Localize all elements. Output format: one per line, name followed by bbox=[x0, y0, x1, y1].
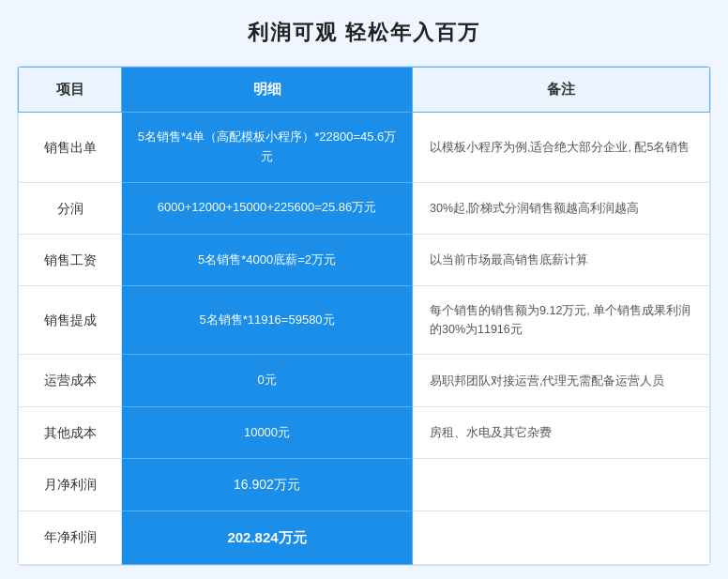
header-note: 备注 bbox=[413, 68, 710, 113]
cell-detail: 5名销售*11916=59580元 bbox=[122, 286, 413, 355]
header-detail: 明细 bbox=[122, 68, 413, 113]
cell-item: 月净利润 bbox=[19, 459, 122, 510]
cell-note bbox=[413, 459, 710, 510]
cell-item: 运营成本 bbox=[19, 355, 122, 406]
cell-item: 其他成本 bbox=[19, 406, 122, 458]
cell-item: 年净利润 bbox=[19, 510, 122, 564]
cell-detail: 10000元 bbox=[122, 406, 413, 458]
table-row: 销售提成5名销售*11916=59580元每个销售的销售额为9.12万元, 单个… bbox=[19, 286, 710, 355]
cell-item: 分润 bbox=[19, 182, 122, 234]
cell-detail: 202.824万元 bbox=[122, 510, 413, 564]
table-body: 销售出单5名销售*4单（高配模板小程序）*22800=45.6万元以模板小程序为… bbox=[19, 113, 710, 565]
profit-table-wrapper: 项目 明细 备注 销售出单5名销售*4单（高配模板小程序）*22800=45.6… bbox=[17, 66, 711, 566]
page-container: 利润可观 轻松年入百万 项目 明细 备注 销售出单5名销售*4单（高配模板小程序… bbox=[17, 19, 711, 566]
cell-note: 以当前市场最高销售底薪计算 bbox=[413, 234, 710, 285]
cell-note: 30%起,阶梯式分润销售额越高利润越高 bbox=[413, 182, 710, 234]
profit-table: 项目 明细 备注 销售出单5名销售*4单（高配模板小程序）*22800=45.6… bbox=[18, 67, 710, 565]
cell-note bbox=[413, 510, 710, 564]
cell-item: 销售提成 bbox=[19, 286, 122, 355]
cell-detail: 5名销售*4单（高配模板小程序）*22800=45.6万元 bbox=[122, 113, 413, 183]
header-item: 项目 bbox=[19, 68, 122, 113]
table-row: 销售工资5名销售*4000底薪=2万元以当前市场最高销售底薪计算 bbox=[19, 234, 710, 285]
table-row: 其他成本10000元房租、水电及其它杂费 bbox=[19, 406, 710, 458]
cell-detail: 16.902万元 bbox=[122, 459, 413, 510]
table-row: 销售出单5名销售*4单（高配模板小程序）*22800=45.6万元以模板小程序为… bbox=[19, 113, 710, 183]
table-row: 运营成本0元易职邦团队对接运营,代理无需配备运营人员 bbox=[19, 355, 710, 406]
cell-detail: 6000+12000+15000+225600=25.86万元 bbox=[122, 182, 413, 234]
table-header-row: 项目 明细 备注 bbox=[19, 68, 710, 113]
cell-note: 以模板小程序为例,适合绝大部分企业, 配5名销售 bbox=[413, 113, 710, 183]
cell-detail: 0元 bbox=[122, 355, 413, 406]
page-title: 利润可观 轻松年入百万 bbox=[17, 19, 711, 47]
cell-detail: 5名销售*4000底薪=2万元 bbox=[122, 234, 413, 285]
cell-note: 易职邦团队对接运营,代理无需配备运营人员 bbox=[413, 355, 710, 406]
table-row: 月净利润16.902万元 bbox=[19, 459, 710, 510]
table-row: 年净利润202.824万元 bbox=[19, 510, 710, 564]
cell-note: 房租、水电及其它杂费 bbox=[413, 406, 710, 458]
cell-note: 每个销售的销售额为9.12万元, 单个销售成果利润的30%为11916元 bbox=[413, 286, 710, 355]
cell-item: 销售出单 bbox=[19, 113, 122, 183]
cell-item: 销售工资 bbox=[19, 234, 122, 285]
table-row: 分润6000+12000+15000+225600=25.86万元30%起,阶梯… bbox=[19, 182, 710, 234]
